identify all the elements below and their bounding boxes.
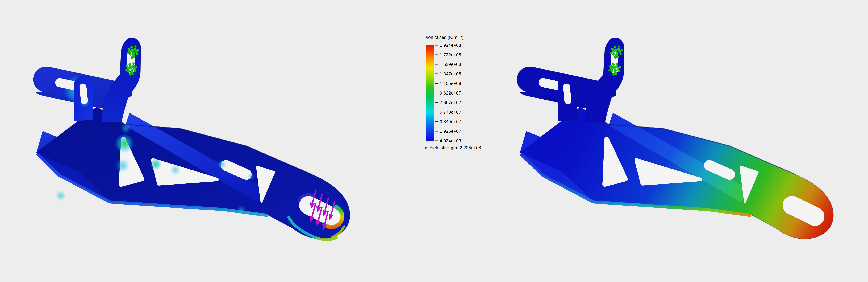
fixture-icon (136, 53, 138, 55)
legend-tick-label: 1.155e+08 (435, 81, 461, 86)
stress-hotspot (170, 165, 181, 175)
legend-tick-label: 1.925e+07 (435, 129, 461, 134)
tick-mark (435, 93, 438, 93)
tick-mark (435, 64, 438, 65)
fixture-icon (615, 73, 617, 75)
tick-mark (435, 121, 438, 122)
fixture-icon (618, 70, 620, 72)
fixture-icon (613, 73, 615, 76)
fixture-icon (620, 53, 622, 55)
fixture-icon (617, 56, 619, 58)
fixture-icon (125, 69, 127, 71)
fixture-icon (611, 70, 613, 73)
legend-tick-label: 1.347e+08 (435, 72, 461, 77)
fixture-icon (127, 52, 129, 54)
fixture-icon (612, 63, 615, 65)
yield-strength-text: Yield strength: 2.206e+08 (430, 145, 481, 150)
fixture-icon (133, 62, 135, 65)
fixture-icon (618, 46, 620, 48)
legend-tick-label: 4.034e+03 (435, 138, 461, 143)
stress-hotspot (56, 191, 66, 201)
simulation-viewport[interactable]: von Mises (N/m^2) 1.924e+081.732e+081.53… (0, 0, 868, 282)
tick-mark (435, 74, 438, 74)
stress-legend-title: von Mises (N/m^2) (426, 35, 481, 40)
legend-tick-label: 7.697e+07 (435, 100, 461, 105)
stress-hotspot (150, 159, 162, 170)
displacement-model-render[interactable] (509, 31, 848, 252)
stress-legend: von Mises (N/m^2) 1.924e+081.732e+081.53… (418, 35, 481, 150)
tick-mark (435, 45, 438, 46)
fixture-icon (127, 70, 130, 73)
fixture-icon (130, 46, 133, 49)
fixture-icon (610, 52, 612, 54)
tick-mark (435, 102, 438, 103)
legend-tick-label: 1.924e+08 (435, 43, 461, 48)
fixture-icon (614, 46, 616, 49)
fixture-icon (128, 48, 130, 50)
tick-mark (435, 55, 438, 55)
tick-mark (435, 131, 438, 132)
yield-arrow-icon (418, 146, 428, 150)
stress-hotspot (217, 160, 226, 169)
fixture-icon (126, 65, 128, 67)
fixture-icon (129, 53, 131, 55)
fixture-icon (129, 73, 131, 76)
tick-mark (435, 83, 438, 84)
stress-bracket (30, 38, 350, 247)
fixture-icon (132, 73, 134, 75)
fixture-icon (134, 70, 136, 72)
fixture-icon (611, 48, 614, 50)
tick-mark (435, 141, 438, 141)
legend-tick-label: 9.622e+07 (435, 90, 461, 95)
von-mises-stress-model-render[interactable] (26, 31, 365, 252)
legend-tick-label: 1.539e+08 (435, 62, 461, 67)
fixture-icon (129, 63, 131, 65)
legend-tick-label: 3.849e+07 (435, 119, 461, 124)
fixture-icon (614, 56, 617, 59)
tick-mark (435, 112, 438, 112)
fixture-icon (616, 62, 618, 65)
fixture-icon (609, 69, 611, 71)
stress-hotspot (116, 159, 129, 172)
stress-hotspot (121, 123, 131, 134)
fixture-icon (619, 66, 621, 68)
fixture-icon (133, 56, 135, 58)
fixture-icon (135, 66, 137, 68)
stress-legend-labels: 1.924e+081.732e+081.539e+081.347e+081.15… (435, 45, 473, 141)
fixture-icon (134, 46, 136, 48)
fixture-icon (131, 56, 133, 59)
fixture-icon (613, 53, 615, 55)
displacement-bracket (514, 38, 833, 239)
stress-colorbar (426, 45, 434, 141)
yield-strength-annotation: Yield strength: 2.206e+08 (418, 145, 481, 150)
stress-hotspot (115, 134, 134, 153)
legend-tick-label: 5.773e+07 (435, 110, 461, 115)
fixture-icon (621, 49, 623, 51)
fixture-icon (609, 65, 612, 67)
legend-tick-label: 1.732e+08 (435, 52, 461, 57)
stress-hotspot (237, 205, 246, 215)
stress-hotspot (247, 173, 255, 180)
fixture-icon (137, 49, 139, 51)
